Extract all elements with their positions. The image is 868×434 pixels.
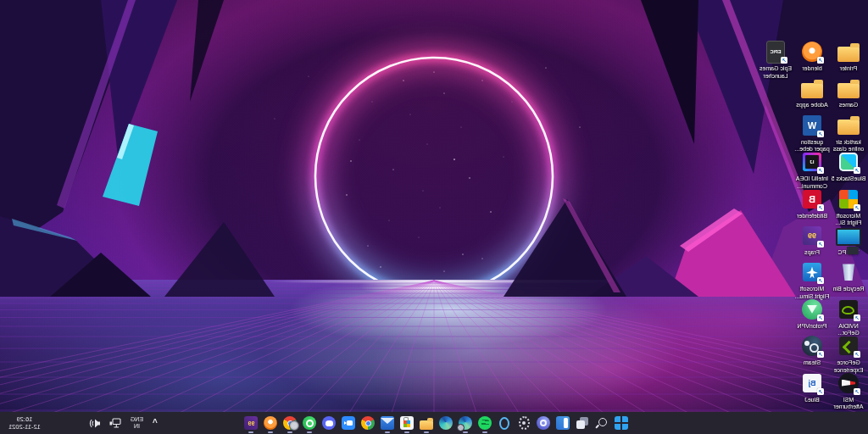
taskbar-blender-running-button[interactable]: [264, 413, 278, 433]
desktop-icon-this-pc[interactable]: This PC: [831, 223, 866, 257]
shortcut-arrow-icon: ↗: [817, 277, 824, 284]
icon-glyph: 99: [808, 231, 816, 240]
taskbar-widgets-button[interactable]: [556, 413, 570, 433]
desktop-icon-nvidia-gefor[interactable]: ↗NVIDIA GeFor...: [831, 297, 866, 337]
folder-icon: [837, 120, 860, 135]
desktop-icon-microsoft-flight-si[interactable]: ↗Microsoft Flight Si...: [831, 186, 866, 227]
taskbar-settings-button[interactable]: [517, 413, 531, 433]
desktop-icon-protonvpn[interactable]: ↗ProtonVPN: [794, 297, 830, 331]
folder-icon: [837, 83, 860, 98]
whatsapp-icon: [303, 416, 317, 430]
speaker-volume-icon[interactable]: [89, 419, 100, 428]
running-indicator: [288, 431, 293, 433]
taskbar-microsoft-store-button[interactable]: [400, 413, 415, 433]
running-indicator: [249, 431, 254, 433]
desktop-icon-msi-afterburner[interactable]: ↗MSI Afterburner: [831, 370, 866, 411]
desktop-icon-label: Recycle Bin: [831, 286, 866, 293]
shortcut-arrow-icon: ↗: [854, 314, 860, 321]
taskbar-zoom-button[interactable]: [342, 413, 356, 433]
taskbar-edge-button[interactable]: [439, 413, 453, 433]
ring-app-icon: [500, 417, 510, 430]
desktop-icon-label: This PC: [831, 249, 866, 257]
desktop-icon-printer[interactable]: Printer: [831, 39, 866, 73]
system-tray: ^ ENG IN 16:29 12-11-2021: [0, 412, 158, 434]
edge-badged-icon: [459, 416, 473, 430]
icon-glyph: EPIC: [771, 49, 782, 54]
desktop-icon-bitdefender[interactable]: B↗Bitdefender: [794, 186, 830, 220]
shortcut-arrow-icon: ↗: [817, 57, 824, 64]
shortcut-arrow-icon: ↗: [854, 204, 860, 211]
shortcut-arrow-icon: ↗: [817, 204, 824, 211]
desktop-icon-fraps[interactable]: 99↗Fraps: [794, 223, 830, 257]
taskbar-ring-app-button[interactable]: [498, 413, 512, 433]
shortcut-arrow-icon: ↗: [817, 388, 824, 395]
steam-chrome-icon: [284, 416, 298, 430]
taskbar-clock[interactable]: 16:29 12-11-2021: [8, 415, 41, 431]
desktop-icon-games[interactable]: Games: [831, 75, 866, 109]
desktop-icon-question-paper[interactable]: W↗question paper debe...: [794, 113, 830, 153]
desktop-icon-label: ProtonVPN: [794, 323, 830, 331]
icon-glyph: W: [808, 120, 816, 131]
desktop-icon-label: BlueStacks 5: [831, 175, 866, 183]
desktop-icon-recycle-bin[interactable]: Recycle Bin: [831, 259, 866, 293]
running-indicator: [308, 431, 313, 433]
taskbar-discord-button[interactable]: [322, 413, 337, 433]
spotify-icon: [479, 416, 492, 430]
desktop-icon-blender[interactable]: ↗blender: [794, 39, 830, 73]
taskbar-spotify-button[interactable]: [478, 413, 492, 433]
taskbar-mail-button[interactable]: [381, 413, 395, 433]
running-indicator: [405, 431, 410, 433]
fraps-icon: 99: [245, 416, 259, 430]
search-icon: [596, 416, 609, 430]
desktop-icon-epic-games-launcher[interactable]: EPIC↗Epic Games Launcher: [758, 39, 793, 80]
taskbar-start-button[interactable]: [615, 413, 629, 433]
shortcut-arrow-icon: ↗: [817, 241, 824, 248]
running-indicator: [269, 431, 274, 433]
desktop-screen: PrinterGameskartick sir online class↗Blu…: [0, 0, 868, 434]
folder-icon: [837, 47, 860, 62]
language-indicator[interactable]: ENG IN: [131, 416, 143, 430]
taskbar-edge-beta-button[interactable]: [459, 413, 473, 433]
desktop-icon-bluej[interactable]: Bj↗BlueJ: [794, 370, 830, 404]
desktop-icon-label: Printer: [831, 65, 866, 73]
shortcut-arrow-icon: ↗: [817, 167, 824, 174]
taskbar-task-view-button[interactable]: [576, 413, 590, 433]
desktop-icon-bluestacks-5[interactable]: ↗BlueStacks 5: [831, 149, 866, 183]
running-indicator: [386, 431, 391, 433]
ethernet-network-icon[interactable]: [109, 418, 121, 428]
desktop-icon-kartick-sir-online-class[interactable]: kartick sir online class: [831, 113, 866, 153]
shortcut-arrow-icon: ↗: [854, 167, 860, 174]
desktop-icon-microsoft-flight-simu[interactable]: ↗Microsoft Flight Simu...: [794, 259, 830, 300]
desktop-icon-geforce-experience[interactable]: ↗GeForce Experience: [831, 333, 866, 374]
shortcut-arrow-icon: ↗: [781, 57, 787, 64]
desktop-icon-adobe-apps[interactable]: Adobe apps: [794, 75, 830, 109]
clock-date: 12-11-2021: [8, 423, 41, 431]
crystal-shards: [0, 0, 868, 434]
taskbar-cortana-button[interactable]: [537, 413, 551, 433]
desktop-icon-label: Steam: [794, 359, 830, 367]
hidden-icons-chevron[interactable]: ^: [153, 418, 158, 427]
taskbar-steam-running-button[interactable]: [283, 413, 298, 433]
desktop-icon-label: Bitdefender: [794, 213, 830, 220]
chrome-icon: [362, 416, 376, 430]
store-icon: [401, 416, 415, 430]
desktop-icon-steam[interactable]: ↗Steam: [794, 333, 830, 367]
taskbar-search-button[interactable]: [595, 413, 609, 433]
language-primary: ENG: [131, 416, 143, 423]
folder-icon: [801, 83, 823, 98]
taskbar-fraps-running-button[interactable]: 99: [244, 413, 259, 433]
taskbar-whatsapp-button[interactable]: [303, 413, 317, 433]
taskbar-chrome-button[interactable]: [361, 413, 376, 433]
desktop-icon-label: Epic Games Launcher: [758, 65, 793, 80]
taskbar: 99 ^ ENG IN 16:29 12-11-202: [0, 412, 868, 434]
shortcut-arrow-icon: ↗: [817, 314, 824, 321]
icon-glyph: B: [809, 194, 815, 204]
zoom-icon: [342, 416, 356, 430]
recycle-bin-icon: [842, 264, 855, 281]
taskbar-file-explorer-button[interactable]: [420, 413, 434, 433]
shortcut-arrow-icon: ↗: [854, 351, 860, 358]
running-indicator: [425, 431, 430, 433]
desktop-icon-label: BlueJ: [794, 397, 830, 404]
mail-icon: [381, 416, 395, 430]
desktop-icon-intellij-idea[interactable]: IJ↗IntelliJ IDEA Communi...: [794, 149, 830, 190]
